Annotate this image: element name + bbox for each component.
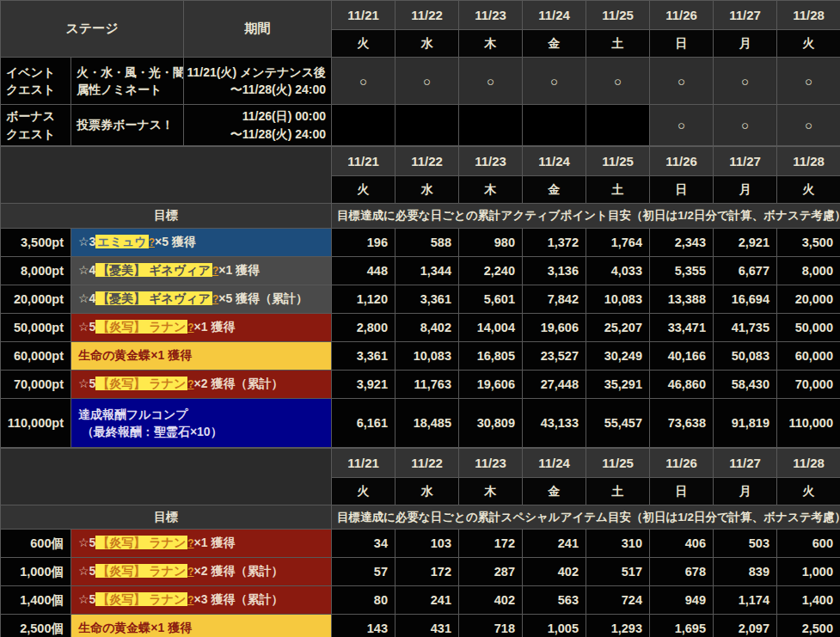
goal-row: 1,400個☆5【炎写】 ラナン?×3 獲得（累計）80241402563724… [1,586,840,615]
quest-stage-line: 火・水・風・光・闇 [77,64,182,81]
character-chip: 【炎写】 ラナン [95,320,187,334]
quest-category-cell: イベントクエスト [1,58,71,105]
daily-value-cell: 10,083 [395,342,459,371]
date-cell: 11/27 [714,147,777,176]
daily-value-cell: 3,361 [332,342,395,371]
date-cell: 11/24 [523,147,586,176]
goal-suffix: ×5 獲得 [155,235,196,248]
items-goal-header: 目標 [1,505,332,530]
day-cell: 月 [714,478,777,505]
daily-value-cell: 1,372 [523,229,586,257]
target-cell: 1,400個 [1,586,71,615]
wiki-question-link[interactable]: ? [187,378,193,390]
day-cell: 月 [714,30,777,58]
wiki-question-link[interactable]: ? [187,594,193,606]
points-table: 11/2111/2211/2311/2411/2511/2611/2711/28… [0,146,840,448]
target-cell: 8,000pt [1,257,71,285]
points-spacer-cell [1,147,332,204]
target-cell: 3,500pt [1,229,71,257]
wiki-question-link[interactable]: ? [149,236,155,248]
goal-cell: ☆5【炎写】 ラナン?×3 獲得（累計） [71,586,332,615]
goal-suffix: ×3 獲得（累計） [194,592,284,606]
daily-value-cell: 58,430 [714,371,777,399]
date-cell: 11/22 [395,1,459,30]
goal-cell: 生命の黄金蝶×1 獲得 [71,342,332,371]
date-cell: 11/26 [650,1,714,30]
goal-row: 110,000pt達成報酬フルコンプ （最終報酬：聖霊石×10）6,16118,… [1,399,840,448]
daily-value-cell: 1,764 [586,229,650,257]
goal-row: 1,000個☆5【炎写】 ラナン?×2 獲得（累計）57172287402517… [1,558,840,586]
daily-value-cell: 196 [332,229,395,257]
daily-value-cell: 73,638 [650,399,714,448]
daily-value-cell: 5,601 [459,285,523,314]
active-day-cell: ○ [650,105,714,146]
wiki-question-link[interactable]: ? [187,566,193,578]
daily-value-cell: 40,166 [650,342,714,371]
daily-value-cell: 839 [714,558,777,586]
goal-cell: ☆5【炎写】 ラナン?×1 獲得 [71,314,332,342]
target-cell: 50,000pt [1,314,71,342]
wiki-question-link[interactable]: ? [187,322,193,334]
items-table: 11/2111/2211/2311/2411/2511/2611/2711/28… [0,448,840,637]
date-cell: 11/21 [332,1,395,30]
quest-category-line: イベント [6,64,70,81]
daily-value-cell: 20,000 [777,285,840,314]
goal-prefix: ☆4 [78,263,95,277]
daily-value-cell: 1,400 [777,586,840,615]
daily-value-cell: 30,249 [586,342,650,371]
date-cell: 11/28 [777,449,840,478]
goal-suffix: ×1 獲得 [194,536,236,549]
goal-cell: 生命の黄金蝶×1 獲得 [71,615,332,637]
day-cell: 火 [332,30,395,58]
target-cell: 2,500個 [1,615,71,637]
daily-value-cell: 718 [459,615,523,637]
stage-header: ステージ [1,1,184,58]
schedule-table: ステージ 期間 11/2111/2211/2311/2411/2511/2611… [0,0,840,146]
period-header: 期間 [184,1,332,58]
daily-value-cell: 241 [523,530,586,558]
date-cell: 11/23 [459,449,523,478]
daily-value-cell: 406 [650,530,714,558]
daily-value-cell: 143 [332,615,395,637]
daily-value-cell: 25,207 [586,314,650,342]
day-cell: 日 [650,30,714,58]
daily-value-cell: 18,485 [395,399,459,448]
target-cell: 70,000pt [1,371,71,399]
wiki-question-link[interactable]: ? [187,537,193,549]
daily-value-cell: 46,860 [650,371,714,399]
date-cell: 11/21 [332,449,395,478]
daily-value-cell: 1,120 [332,285,395,314]
quest-period-line: 11/26(日) 00:00 [185,107,326,125]
goal-prefix: ☆5 [78,592,95,606]
quest-stage-cell: 投票券ボーナス！ [71,105,184,146]
daily-value-cell: 6,161 [332,399,395,448]
goal-suffix: ×2 獲得（累計） [194,377,284,390]
quest-period-cell: 11/21(火) メンテナンス後〜11/28(火) 24:00 [184,58,332,105]
daily-value-cell: 431 [395,615,459,637]
goal-row: 2,500個生命の黄金蝶×1 獲得1434317181,0051,2931,69… [1,615,840,637]
daily-value-cell: 517 [586,558,650,586]
day-cell: 月 [714,176,777,204]
daily-value-cell: 172 [395,558,459,586]
daily-value-cell: 402 [523,558,586,586]
items-body: 600個☆5【炎写】 ラナン?×1 獲得34103172241310406503… [1,530,840,637]
active-day-cell: ○ [714,58,777,105]
points-body: 3,500pt☆3エミュウ?×5 獲得1965889801,3721,7642,… [1,229,840,448]
date-cell: 11/25 [586,1,650,30]
day-cell: 火 [777,176,840,204]
daily-value-cell: 7,842 [523,285,586,314]
goal-cell: ☆5【炎写】 ラナン?×2 獲得（累計） [71,558,332,586]
quest-category-line: クエスト [6,81,70,98]
daily-value-cell: 287 [459,558,523,586]
daily-value-cell: 50,083 [714,342,777,371]
goal-prefix: ☆5 [78,564,95,578]
day-cell: 火 [332,176,395,204]
schedule-body: イベントクエスト火・水・風・光・闇属性ノミネート11/21(火) メンテナンス後… [1,58,840,146]
goal-prefix: 生命の黄金蝶×1 獲得 [78,621,192,634]
daily-value-cell: 600 [777,530,840,558]
daily-value-cell: 23,527 [523,342,586,371]
quest-stage-line: 属性ノミネート [77,81,182,98]
daily-value-cell: 1,695 [650,615,714,637]
date-cell: 11/27 [714,449,777,478]
date-cell: 11/26 [650,449,714,478]
